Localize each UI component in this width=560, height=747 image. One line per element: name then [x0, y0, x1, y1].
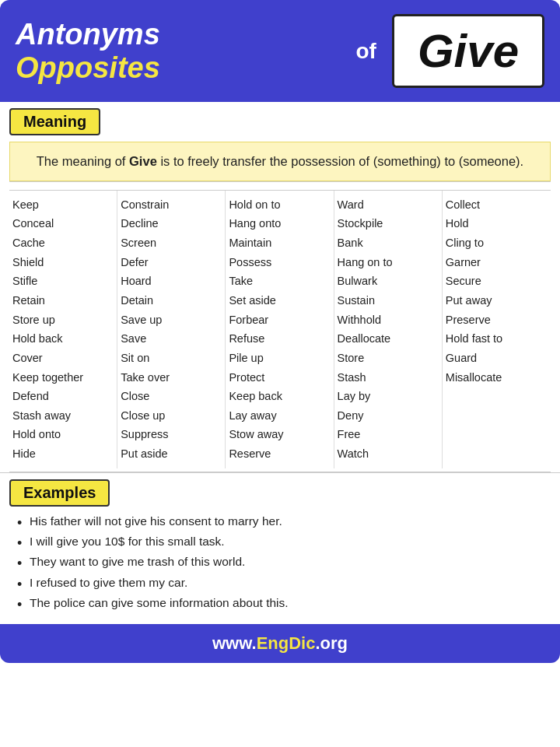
word-item: Hold onto — [12, 425, 114, 444]
main-word: Give — [418, 25, 519, 77]
word-item: Cling to — [446, 233, 548, 253]
examples-label-row: Examples — [9, 479, 551, 507]
word-item: Constrain — [121, 195, 222, 215]
meaning-label: Meaning — [9, 108, 100, 135]
example-item: I will give you 10$ for this small task. — [17, 531, 551, 552]
word-item: Cache — [12, 233, 114, 253]
header-left: Antonyms Opposites — [16, 18, 340, 85]
word-item: Watch — [338, 444, 439, 464]
word-item: Free — [338, 425, 439, 444]
word-item: Stash — [338, 368, 439, 388]
examples-list: His father will not give his consent to … — [9, 511, 551, 614]
footer-brand: EngDic — [257, 633, 316, 653]
word-item: Secure — [446, 272, 548, 291]
word-item: Hang onto — [229, 214, 330, 233]
word-item: Hold — [446, 214, 548, 233]
words-col-3: Hold on toHang ontoMaintainPossessTakeSe… — [226, 191, 334, 468]
word-item: Collect — [446, 195, 548, 215]
word-item: Bulwark — [338, 272, 439, 291]
word-item: Suppress — [121, 425, 222, 444]
word-item: Defer — [121, 253, 222, 272]
word-item: Hang on to — [338, 253, 439, 272]
word-item: Reserve — [229, 444, 330, 464]
words-grid: KeepConcealCacheShieldStifleRetainStore … — [9, 190, 551, 468]
word-item: Guard — [446, 349, 548, 368]
word-item: Detain — [121, 291, 222, 310]
word-box: Give — [392, 14, 544, 88]
word-item: Preserve — [446, 310, 548, 330]
word-item: Hoard — [121, 272, 222, 291]
meaning-text: The meaning of Give is to freely transfe… — [9, 142, 551, 181]
word-item: Conceal — [12, 214, 114, 233]
footer-text: www.EngDic.org — [212, 633, 348, 653]
word-item: Stow away — [229, 425, 330, 444]
word-item: Bank — [338, 233, 439, 253]
word-item: Hold on to — [229, 195, 330, 215]
word-item: Ward — [338, 195, 439, 215]
word-item: Withhold — [338, 310, 439, 330]
word-item: Forbear — [229, 310, 330, 330]
page-header: Antonyms Opposites of Give — [0, 0, 560, 102]
word-item: Refuse — [229, 329, 330, 349]
word-item: Possess — [229, 253, 330, 272]
word-item: Hold back — [12, 329, 114, 349]
word-item: Keep — [12, 195, 114, 215]
word-item: Stifle — [12, 272, 114, 291]
word-item: Hold fast to — [446, 329, 548, 349]
example-item: I refused to give them my car. — [17, 573, 551, 593]
examples-section: Examples His father will not give his co… — [0, 472, 560, 619]
word-item: Stash away — [12, 406, 114, 426]
word-item: Shield — [12, 253, 114, 272]
word-item: Maintain — [229, 233, 330, 253]
page-footer: www.EngDic.org — [0, 624, 560, 663]
word-item: Garner — [446, 253, 548, 272]
opposites-title: Opposites — [16, 51, 340, 85]
word-item: Deallocate — [338, 329, 439, 349]
word-item: Sustain — [338, 291, 439, 310]
meaning-label-row: Meaning — [0, 102, 560, 139]
word-item: Lay away — [229, 406, 330, 426]
word-item: Set aside — [229, 291, 330, 310]
word-item: Keep back — [229, 387, 330, 406]
word-item: Lay by — [338, 387, 439, 406]
word-item: Misallocate — [446, 368, 548, 388]
word-item: Cover — [12, 349, 114, 368]
word-item: Close — [121, 387, 222, 406]
words-col-1: KeepConcealCacheShieldStifleRetainStore … — [9, 191, 117, 468]
word-item: Pile up — [229, 349, 330, 368]
word-item: Take — [229, 272, 330, 291]
example-item: The police can give some information abo… — [17, 593, 551, 613]
word-item: Deny — [338, 406, 439, 426]
word-item: Protect — [229, 368, 330, 388]
words-col-4: WardStockpileBankHang on toBulwarkSustai… — [334, 191, 443, 468]
word-item: Store up — [12, 310, 114, 330]
example-item: They want to give me trash of this world… — [17, 552, 551, 572]
word-item: Screen — [121, 233, 222, 253]
example-item: His father will not give his consent to … — [17, 511, 551, 531]
words-col-2: ConstrainDeclineScreenDeferHoardDetainSa… — [117, 191, 226, 468]
words-section: KeepConcealCacheShieldStifleRetainStore … — [0, 182, 560, 472]
word-item: Put aside — [121, 444, 222, 464]
antonyms-title: Antonyms — [16, 18, 340, 51]
of-label: of — [355, 39, 376, 64]
meaning-bold-word: Give — [129, 154, 157, 168]
word-item: Store — [338, 349, 439, 368]
meaning-section: Meaning The meaning of Give is to freely… — [0, 102, 560, 181]
word-item: Defend — [12, 387, 114, 406]
examples-label: Examples — [9, 479, 110, 507]
word-item: Close up — [121, 406, 222, 426]
word-item: Stockpile — [338, 214, 439, 233]
word-item: Put away — [446, 291, 548, 310]
word-item: Keep together — [12, 368, 114, 388]
word-item: Hide — [12, 444, 114, 464]
word-item: Take over — [121, 368, 222, 388]
word-item: Save — [121, 329, 222, 349]
word-item: Sit on — [121, 349, 222, 368]
words-col-5: CollectHoldCling toGarnerSecurePut awayP… — [443, 191, 551, 468]
word-item: Decline — [121, 214, 222, 233]
word-item: Save up — [121, 310, 222, 330]
word-item: Retain — [12, 291, 114, 310]
